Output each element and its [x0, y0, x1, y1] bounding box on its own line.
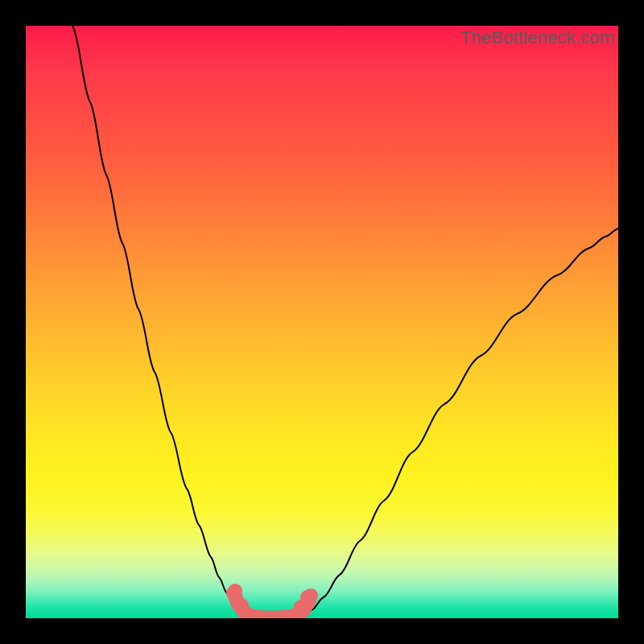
chart-frame: TheBottleneck.com	[0, 0, 644, 644]
valley-dot	[234, 598, 249, 613]
valley-dot	[228, 584, 242, 598]
plot-area	[26, 26, 618, 618]
valley-dot	[300, 590, 315, 605]
chart-svg	[26, 26, 618, 618]
right-curve	[303, 229, 618, 617]
watermark-text: TheBottleneck.com	[460, 27, 615, 48]
left-curve	[72, 26, 245, 617]
